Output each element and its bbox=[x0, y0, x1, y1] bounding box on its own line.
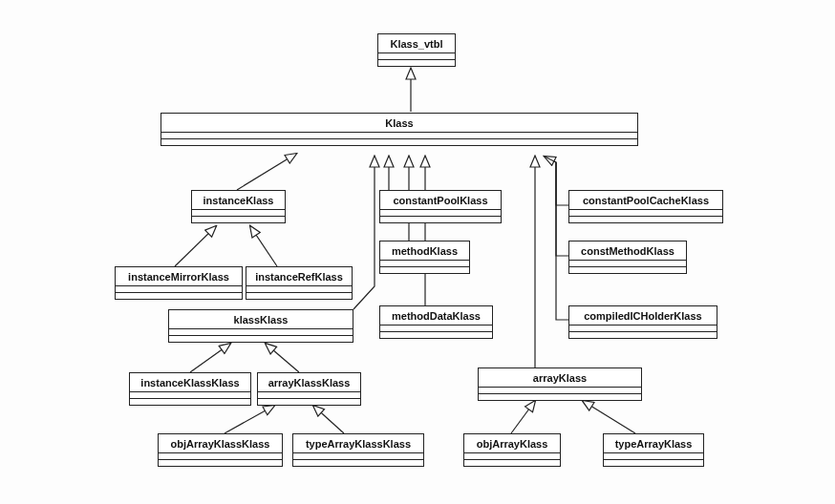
class-label: instanceRefKlass bbox=[246, 267, 352, 286]
class-label: klassKlass bbox=[169, 310, 353, 329]
class-box-instancemirrorklass: instanceMirrorKlass bbox=[115, 266, 243, 300]
svg-line-12 bbox=[511, 401, 535, 433]
class-box-klassklass: klassKlass bbox=[168, 309, 353, 343]
class-box-typearrayklassklass: typeArrayKlassKlass bbox=[292, 433, 424, 467]
class-label: instanceKlassKlass bbox=[130, 373, 250, 392]
class-box-methoddataklass: methodDataKlass bbox=[379, 305, 493, 339]
class-box-instancerefklass: instanceRefKlass bbox=[246, 266, 353, 300]
class-box-instanceklass: instanceKlass bbox=[191, 190, 286, 223]
svg-line-11 bbox=[313, 406, 344, 433]
class-label: constMethodKlass bbox=[569, 242, 686, 261]
class-label: typeArrayKlass bbox=[604, 434, 703, 453]
class-box-constmethodklass: constMethodKlass bbox=[568, 241, 687, 274]
class-box-arrayklass: arrayKlass bbox=[478, 368, 642, 401]
class-label: methodKlass bbox=[380, 242, 469, 261]
class-box-klass-vtbl: Klass_vtbl bbox=[377, 33, 456, 67]
svg-line-1 bbox=[237, 154, 296, 190]
class-label: constantPoolCacheKlass bbox=[569, 191, 722, 210]
svg-line-10 bbox=[225, 406, 274, 433]
class-label: arrayKlass bbox=[479, 368, 641, 388]
class-label: instanceMirrorKlass bbox=[116, 267, 242, 286]
class-box-objarrayklass: objArrayKlass bbox=[463, 433, 561, 467]
class-label: compiledICHolderKlass bbox=[569, 306, 717, 326]
class-label: instanceKlass bbox=[192, 191, 285, 210]
class-label: objArrayKlassKlass bbox=[159, 434, 282, 453]
svg-line-7 bbox=[250, 226, 277, 266]
class-box-typearrayklass: typeArrayKlass bbox=[603, 433, 704, 467]
class-box-objarrayklassklass: objArrayKlassKlass bbox=[158, 433, 283, 467]
svg-line-8 bbox=[190, 344, 230, 372]
class-label: arrayKlassKlass bbox=[258, 373, 360, 392]
class-label: Klass_vtbl bbox=[378, 34, 455, 53]
class-label: typeArrayKlassKlass bbox=[293, 434, 423, 453]
class-label: objArrayKlass bbox=[464, 434, 560, 453]
class-box-constantpoolklass: constantPoolKlass bbox=[379, 190, 502, 223]
class-box-compiledicholderklass: compiledICHolderKlass bbox=[568, 305, 717, 339]
class-label: methodDataKlass bbox=[380, 306, 492, 326]
class-box-methodklass: methodKlass bbox=[379, 241, 470, 274]
svg-line-6 bbox=[175, 226, 216, 266]
class-box-instanceklassklass: instanceKlassKlass bbox=[129, 372, 251, 406]
class-box-klass: Klass bbox=[161, 113, 638, 146]
svg-line-9 bbox=[266, 344, 299, 372]
class-box-arrayklassklass: arrayKlassKlass bbox=[257, 372, 361, 406]
class-label: constantPoolKlass bbox=[380, 191, 501, 210]
svg-line-13 bbox=[583, 401, 635, 433]
class-label: Klass bbox=[161, 114, 637, 133]
class-box-constantpoolcacheklass: constantPoolCacheKlass bbox=[568, 190, 723, 223]
